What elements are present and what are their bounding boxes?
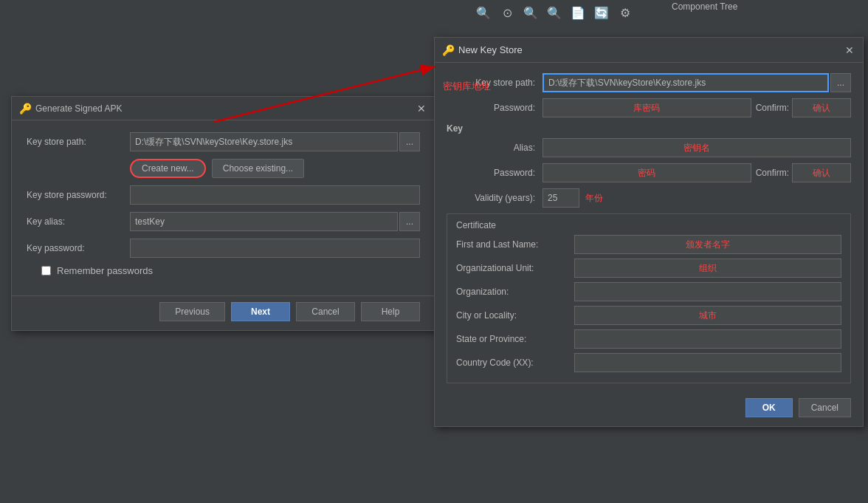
key-password-label: Key password: — [27, 243, 130, 253]
cert-org-row: Organization: — [456, 282, 841, 301]
ks-key-password-label: Password: — [447, 168, 542, 178]
keystore-dialog-close[interactable]: ✕ — [844, 44, 855, 56]
component-tree-header: Component Tree — [672, 1, 737, 12]
zoom-out-icon[interactable]: 🔍 — [520, 1, 542, 24]
validity-controls: 年份 — [542, 188, 603, 208]
generate-dialog-body: Key store path: ... Create new... Choose… — [12, 120, 435, 295]
create-new-button[interactable]: Create new... — [130, 159, 206, 178]
ks-path-row: Key store path: ... — [447, 73, 851, 92]
ok-button[interactable]: OK — [745, 398, 793, 417]
key-password-row: Key password: — [27, 239, 420, 258]
settings-icon[interactable]: ⚙ — [614, 1, 636, 24]
ks-browse-button[interactable]: ... — [830, 73, 851, 92]
create-choose-row: Create new... Choose existing... — [130, 159, 420, 178]
cert-state-input[interactable] — [574, 329, 841, 349]
validity-input[interactable] — [542, 188, 579, 208]
cert-name-row: First and Last Name: — [456, 235, 841, 254]
keystore-path-label: Key store path: — [27, 137, 130, 147]
key-alias-label: Key alias: — [27, 216, 130, 227]
zoom-fit-icon[interactable]: 🔍 — [543, 1, 565, 24]
cert-city-label: City or Locality: — [456, 310, 574, 321]
choose-existing-button[interactable]: Choose existing... — [212, 159, 304, 178]
cert-org-unit-row: Organizational Unit: — [456, 259, 841, 278]
new-keystore-dialog: 🔑 New Key Store ✕ Key store path: ... Pa… — [434, 37, 864, 427]
keystore-dialog-icon: 🔑 — [442, 44, 454, 56]
cert-name-input[interactable] — [574, 235, 841, 254]
ks-alias-row: Alias: — [447, 138, 851, 157]
toolbar-icons: 🔍 ⊙ 🔍 🔍 📄 🔄 ⚙ — [472, 1, 636, 24]
keystore-path-input[interactable] — [130, 132, 398, 151]
key-alias-browse-button[interactable]: ... — [399, 212, 420, 231]
generate-dialog-titlebar: 🔑 Generate Signed APK ✕ — [12, 97, 435, 120]
cert-state-label: State or Province: — [456, 334, 574, 344]
ks-confirm-label: Confirm: — [756, 103, 789, 113]
keystore-dialog-footer: OK Cancel — [435, 391, 863, 426]
generate-dialog-title-left: 🔑 Generate Signed APK — [19, 103, 122, 114]
certificate-section: Certificate First and Last Name: Organiz… — [447, 213, 851, 383]
ks-confirm-input[interactable] — [792, 98, 851, 117]
remember-passwords-row: Remember passwords — [41, 265, 420, 276]
remember-passwords-label: Remember passwords — [57, 265, 153, 276]
ks-password-label: Password: — [447, 103, 542, 113]
cert-country-row: Country Code (XX): — [456, 353, 841, 372]
keystore-dialog-titlebar: 🔑 New Key Store ✕ — [435, 38, 863, 63]
generate-dialog-footer: Previous Next Cancel Help — [12, 295, 435, 330]
keystore-cancel-button[interactable]: Cancel — [799, 398, 851, 417]
browse-button[interactable]: ... — [399, 132, 420, 151]
cert-org-unit-label: Organizational Unit: — [456, 263, 574, 273]
key-alias-row: Key alias: ... — [27, 212, 420, 231]
ks-key-confirm-input[interactable] — [792, 163, 851, 182]
ks-validity-row: Validity (years): 年份 — [447, 188, 851, 208]
keystore-password-label: Key store password: — [27, 190, 130, 200]
certificate-title: Certificate — [456, 220, 841, 230]
ks-path-input[interactable] — [542, 73, 829, 92]
keystore-password-input[interactable] — [130, 185, 420, 205]
cert-country-input[interactable] — [574, 353, 841, 372]
next-button[interactable]: Next — [231, 302, 290, 321]
cancel-button[interactable]: Cancel — [296, 302, 355, 321]
key-password-input[interactable] — [130, 239, 420, 258]
key-alias-input[interactable] — [130, 212, 398, 231]
cert-state-row: State or Province: — [456, 329, 841, 349]
zoom-actual-icon[interactable]: ⊙ — [496, 1, 518, 24]
cert-org-unit-input[interactable] — [574, 259, 841, 278]
generate-dialog-icon: 🔑 — [19, 103, 31, 114]
generate-dialog-title: Generate Signed APK — [35, 103, 122, 114]
cert-org-label: Organization: — [456, 287, 574, 297]
generate-dialog-close[interactable]: ✕ — [416, 103, 427, 114]
ks-path-label: Key store path: — [447, 78, 542, 88]
keystore-dialog-body: Key store path: ... Password: Confirm: K… — [435, 63, 863, 391]
ks-password-row: Password: Confirm: — [447, 98, 851, 117]
ks-password-input[interactable] — [542, 98, 751, 117]
ks-key-password-row: Password: Confirm: — [447, 163, 851, 182]
cert-name-label: First and Last Name: — [456, 239, 574, 250]
ks-alias-label: Alias: — [447, 143, 542, 153]
remember-passwords-checkbox[interactable] — [41, 266, 51, 276]
key-section-label: Key — [447, 123, 851, 134]
cert-country-label: Country Code (XX): — [456, 357, 574, 368]
validity-annotation: 年份 — [585, 192, 603, 205]
previous-button[interactable]: Previous — [159, 302, 225, 321]
cert-city-row: City or Locality: — [456, 306, 841, 325]
zoom-in-icon[interactable]: 🔍 — [472, 1, 495, 24]
keystore-path-row: Key store path: ... — [27, 132, 420, 151]
generate-signed-apk-dialog: 🔑 Generate Signed APK ✕ Key store path: … — [11, 96, 435, 331]
cert-org-input[interactable] — [574, 282, 841, 301]
cert-city-input[interactable] — [574, 306, 841, 325]
help-button[interactable]: Help — [361, 302, 420, 321]
ks-validity-label: Validity (years): — [447, 193, 542, 203]
ks-key-confirm-label: Confirm: — [756, 168, 789, 178]
keystore-password-row: Key store password: — [27, 185, 420, 205]
ks-key-password-input[interactable] — [542, 163, 751, 182]
keystore-dialog-title-left: 🔑 New Key Store — [442, 44, 523, 56]
keystore-dialog-title: New Key Store — [458, 44, 523, 55]
refresh-icon[interactable]: 🔄 — [590, 1, 613, 24]
capture-icon[interactable]: 📄 — [567, 1, 589, 24]
ks-alias-input[interactable] — [542, 138, 851, 157]
